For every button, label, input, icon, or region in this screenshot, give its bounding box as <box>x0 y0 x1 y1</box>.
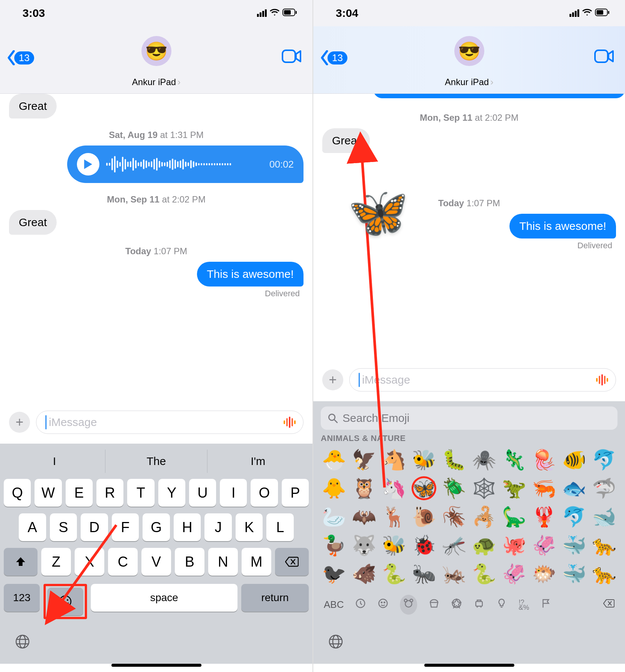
emoji-cell[interactable]: 🦑 <box>530 531 559 560</box>
emoji-cell[interactable]: 🦉 <box>349 474 379 502</box>
globe-icon[interactable] <box>15 634 30 652</box>
emoji-cell[interactable]: 🪲 <box>439 474 469 502</box>
facetime-button[interactable] <box>594 49 614 65</box>
food-emoji-tab[interactable] <box>428 598 440 612</box>
emoji-cell[interactable]: 🦅 <box>349 446 379 474</box>
suggestion[interactable]: The <box>105 450 207 473</box>
key-y[interactable]: Y <box>158 479 185 507</box>
abc-keyboard-button[interactable]: ABC <box>324 599 344 610</box>
emoji-cell[interactable]: 🐛 <box>439 446 469 474</box>
emoji-cell[interactable]: 🦈 <box>590 474 619 502</box>
activity-emoji-tab[interactable] <box>451 598 462 612</box>
butterfly-sticker[interactable]: 🦋 <box>348 184 409 241</box>
emoji-cell[interactable]: 🐋 <box>590 502 619 531</box>
key-g[interactable]: G <box>143 513 170 541</box>
add-attachment-button[interactable]: + <box>9 412 30 433</box>
emoji-cell[interactable]: 🐥 <box>319 474 349 502</box>
key-n[interactable]: N <box>208 548 238 576</box>
animals-emoji-tab[interactable] <box>400 595 417 615</box>
key-u[interactable]: U <box>189 479 216 507</box>
key-b[interactable]: B <box>175 548 204 576</box>
emoji-cell[interactable]: 🦢 <box>319 502 349 531</box>
numbers-key[interactable]: 123 <box>4 584 40 612</box>
key-r[interactable]: R <box>96 479 123 507</box>
emoji-cell[interactable]: 🐍 <box>379 560 409 588</box>
emoji-cell[interactable]: 🪼 <box>530 446 559 474</box>
emoji-search-input[interactable]: Search Emoji <box>321 406 617 430</box>
emoji-cell[interactable]: 🦌 <box>379 502 409 531</box>
objects-emoji-tab[interactable] <box>496 598 507 612</box>
key-s[interactable]: S <box>50 513 77 541</box>
emoji-cell[interactable]: 🐗 <box>349 560 379 588</box>
travel-emoji-tab[interactable] <box>473 598 485 612</box>
key-k[interactable]: K <box>236 513 263 541</box>
play-icon[interactable] <box>77 153 99 176</box>
key-o[interactable]: O <box>251 479 278 507</box>
key-f[interactable]: F <box>112 513 139 541</box>
emoji-cell[interactable]: 🐬 <box>560 502 589 531</box>
emoji-cell[interactable]: 🦐 <box>530 474 559 502</box>
emoji-cell[interactable]: 🐆 <box>590 560 619 588</box>
emoji-cell[interactable]: 🦟 <box>439 531 469 560</box>
emoji-cell[interactable]: 🐳 <box>560 560 589 588</box>
smileys-emoji-tab[interactable] <box>377 598 389 612</box>
key-v[interactable]: V <box>141 548 171 576</box>
emoji-cell[interactable]: 🦞 <box>530 502 559 531</box>
key-t[interactable]: T <box>127 479 154 507</box>
emoji-cell[interactable]: 🕷️ <box>469 446 499 474</box>
key-a[interactable]: A <box>19 513 46 541</box>
key-w[interactable]: W <box>35 479 62 507</box>
emoji-cell[interactable]: 🦖 <box>500 474 529 502</box>
emoji-cell[interactable]: 🦆 <box>319 531 349 560</box>
emoji-cell[interactable]: 🐳 <box>560 531 589 560</box>
emoji-cell[interactable]: 🐝 <box>409 446 439 474</box>
facetime-button[interactable] <box>282 49 301 65</box>
key-e[interactable]: E <box>66 479 93 507</box>
emoji-cell[interactable]: 🐠 <box>560 446 589 474</box>
key-d[interactable]: D <box>81 513 108 541</box>
emoji-cell[interactable]: 🐝 <box>379 531 409 560</box>
add-attachment-button[interactable]: + <box>322 369 343 390</box>
home-indicator[interactable] <box>424 664 514 667</box>
key-z[interactable]: Z <box>41 548 71 576</box>
key-x[interactable]: X <box>75 548 104 576</box>
flags-emoji-tab[interactable] <box>540 598 551 612</box>
contact-name[interactable]: Ankur iPad› <box>445 77 493 87</box>
key-i[interactable]: I <box>220 479 247 507</box>
key-c[interactable]: C <box>108 548 138 576</box>
message-received[interactable]: Great <box>9 94 57 118</box>
emoji-cell[interactable]: 🪳 <box>439 502 469 531</box>
emoji-cell[interactable]: 🦂 <box>469 502 499 531</box>
message-sent[interactable]: This is awesome! <box>197 262 303 286</box>
dictation-icon[interactable] <box>596 374 608 386</box>
emoji-cell[interactable]: 🦋 <box>409 474 439 502</box>
emoji-cell[interactable]: 🐬 <box>590 446 619 474</box>
suggestion[interactable]: I'm <box>207 450 309 473</box>
emoji-cell[interactable]: 🐞 <box>409 531 439 560</box>
contact-avatar[interactable]: 😎 <box>454 36 484 66</box>
emoji-cell[interactable]: 🕸️ <box>469 474 499 502</box>
key-p[interactable]: P <box>282 479 309 507</box>
emoji-cell[interactable]: 🐌 <box>409 502 439 531</box>
space-key[interactable]: space <box>91 584 237 612</box>
key-h[interactable]: H <box>174 513 201 541</box>
backspace-key[interactable] <box>603 598 614 612</box>
emoji-keyboard-key[interactable] <box>47 588 83 615</box>
emoji-cell[interactable]: 🐆 <box>590 531 619 560</box>
emoji-cell[interactable]: 🦄 <box>379 474 409 502</box>
message-received[interactable]: Great <box>9 210 57 235</box>
emoji-cell[interactable]: 🐴 <box>379 446 409 474</box>
key-l[interactable]: L <box>266 513 294 541</box>
back-button[interactable]: 13 <box>320 50 347 65</box>
messages-area[interactable]: Great Sat, Aug 19 at 1:31 PM 00:02 Mon, … <box>0 94 312 403</box>
dictation-icon[interactable] <box>284 417 296 428</box>
contact-avatar[interactable]: 😎 <box>141 36 171 66</box>
emoji-cell[interactable]: 🐙 <box>500 531 529 560</box>
return-key[interactable]: return <box>241 584 309 612</box>
globe-icon[interactable] <box>328 634 343 652</box>
key-m[interactable]: M <box>242 548 271 576</box>
emoji-cell[interactable]: 🦑 <box>500 560 529 588</box>
emoji-cell[interactable]: 🐣 <box>319 446 349 474</box>
message-sent[interactable]: This is awesome! <box>509 214 616 238</box>
key-q[interactable]: Q <box>4 479 31 507</box>
